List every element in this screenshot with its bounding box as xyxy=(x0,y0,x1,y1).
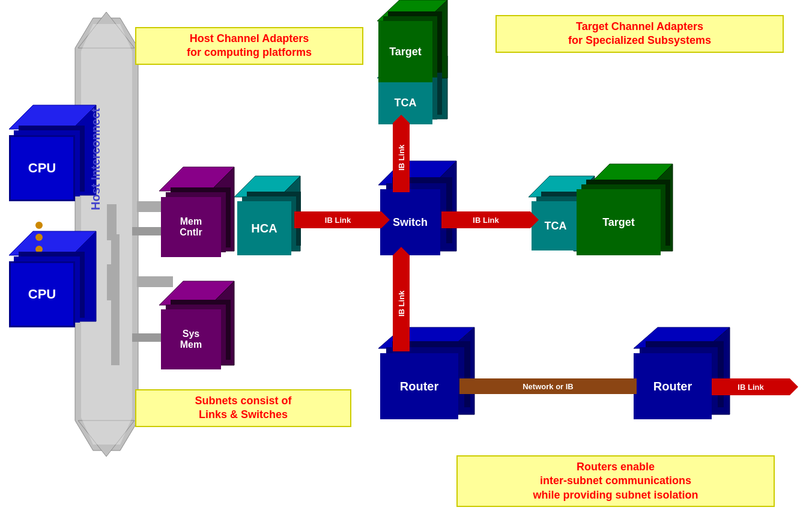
hca: HCA xyxy=(237,201,291,255)
cpu-top: CPU xyxy=(9,135,75,201)
routers-label: Routers enableinter-subnet communication… xyxy=(456,455,775,507)
svg-marker-11 xyxy=(9,105,96,129)
svg-marker-13 xyxy=(9,231,96,255)
svg-marker-19 xyxy=(234,176,300,197)
cpu-bottom: CPU xyxy=(9,261,75,327)
svg-rect-9 xyxy=(137,276,173,287)
svg-marker-15 xyxy=(159,167,234,191)
network-or-ib-line: Network or IB xyxy=(459,378,637,394)
ib-link-tca-switch: IB Link xyxy=(393,123,410,192)
svg-point-37 xyxy=(35,246,43,253)
svg-rect-7 xyxy=(107,264,117,300)
svg-marker-33 xyxy=(589,164,673,185)
router-right: Router xyxy=(634,353,712,419)
mem-cntlr: MemCntlr xyxy=(161,197,221,257)
svg-rect-39 xyxy=(111,234,120,365)
svg-marker-1 xyxy=(78,12,135,48)
ib-link-switch-router: IB Link xyxy=(393,255,410,351)
ib-link-router-right: IB Link xyxy=(712,378,790,395)
router-left: Router xyxy=(380,353,458,419)
svg-point-36 xyxy=(35,234,43,241)
ib-link-hca-switch: IB Link xyxy=(294,211,381,228)
svg-marker-21 xyxy=(378,161,456,185)
host-interconnect-label: Host Interconnect xyxy=(89,108,103,210)
svg-marker-2 xyxy=(78,420,135,457)
svg-marker-0 xyxy=(75,18,138,451)
svg-marker-3 xyxy=(81,24,132,445)
target-channel-adapters-label: Target Channel Adaptersfor Specialized S… xyxy=(495,15,784,53)
sys-mem: SysMem xyxy=(161,309,221,369)
ib-link-switch-tca: IB Link xyxy=(441,211,530,228)
diagram: Host Interconnect CPU CPU MemCntlr SysMe… xyxy=(0,0,812,525)
target-right: Target xyxy=(577,189,661,255)
target-top: Target xyxy=(378,21,432,82)
svg-rect-38 xyxy=(132,227,163,235)
svg-point-35 xyxy=(35,222,43,229)
svg-marker-17 xyxy=(159,281,234,305)
svg-marker-25 xyxy=(634,327,730,348)
svg-rect-40 xyxy=(132,333,163,342)
svg-marker-14 xyxy=(72,231,96,321)
subnets-label: Subnets consist ofLinks & Switches xyxy=(135,389,351,427)
svg-marker-29 xyxy=(377,0,447,21)
tca-right: TCA xyxy=(532,201,580,250)
svg-rect-6 xyxy=(107,204,117,240)
host-channel-adapters-label: Host Channel Adaptersfor computing platf… xyxy=(135,27,363,65)
